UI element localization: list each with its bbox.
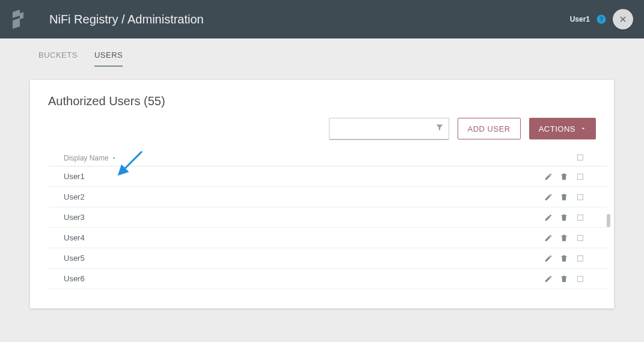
table-row[interactable]: User5 — [48, 248, 608, 269]
tab-users[interactable]: USERS — [94, 47, 123, 67]
current-user-label: User1 — [570, 15, 590, 23]
users-table: Display Name User1User2User3User4User5Us… — [48, 150, 608, 289]
filter-input[interactable] — [334, 124, 435, 133]
cell-display-name: User5 — [64, 254, 544, 263]
row-checkbox[interactable] — [568, 255, 592, 261]
row-checkbox[interactable] — [568, 276, 592, 282]
scrollbar-thumb[interactable] — [607, 214, 610, 227]
filter-input-wrap[interactable] — [329, 118, 449, 139]
delete-icon[interactable] — [560, 254, 568, 263]
delete-icon[interactable] — [560, 275, 568, 283]
delete-icon[interactable] — [560, 234, 568, 242]
svg-text:?: ? — [600, 16, 603, 23]
close-button[interactable] — [613, 9, 633, 29]
delete-icon[interactable] — [560, 193, 568, 201]
edit-icon[interactable] — [544, 275, 553, 283]
column-header-display-name[interactable]: Display Name — [64, 154, 568, 162]
tab-buckets[interactable]: BUCKETS — [38, 47, 78, 67]
column-header-select-all[interactable] — [568, 154, 592, 162]
edit-icon[interactable] — [544, 193, 553, 201]
delete-icon[interactable] — [560, 173, 568, 181]
row-checkbox[interactable] — [568, 215, 592, 221]
panel-toolbar: ADD USER ACTIONS — [30, 108, 614, 145]
panel-title: Authorized Users (55) — [48, 94, 596, 108]
edit-icon[interactable] — [544, 234, 553, 242]
delete-icon[interactable] — [560, 213, 568, 222]
row-checkbox[interactable] — [568, 174, 592, 180]
edit-icon[interactable] — [544, 173, 553, 181]
edit-icon[interactable] — [544, 213, 553, 222]
cell-display-name: User1 — [64, 172, 544, 181]
table-body: User1User2User3User4User5User6 — [48, 166, 608, 289]
cell-display-name: User6 — [64, 274, 544, 283]
table-row[interactable]: User3 — [48, 207, 608, 228]
help-icon[interactable]: ? — [596, 14, 607, 25]
filter-icon[interactable] — [435, 123, 444, 134]
users-panel: Authorized Users (55) ADD USER ACTIONS D… — [30, 80, 614, 308]
row-checkbox[interactable] — [568, 194, 592, 200]
actions-button-label: ACTIONS — [539, 124, 575, 133]
tab-bar: BUCKETS USERS — [0, 38, 644, 67]
cell-display-name: User4 — [64, 233, 544, 242]
page-title: NiFi Registry / Administration — [49, 13, 204, 26]
add-user-button[interactable]: ADD USER — [458, 118, 521, 139]
table-row[interactable]: User6 — [48, 269, 608, 289]
table-row[interactable]: User4 — [48, 228, 608, 248]
caret-down-icon — [580, 124, 586, 133]
table-header: Display Name — [48, 150, 608, 166]
top-bar: NiFi Registry / Administration User1 ? — [0, 0, 644, 38]
app-logo — [11, 9, 28, 29]
edit-icon[interactable] — [544, 254, 553, 263]
cell-display-name: User2 — [64, 192, 544, 201]
cell-display-name: User3 — [64, 213, 544, 222]
sort-asc-icon — [111, 154, 117, 162]
actions-button[interactable]: ACTIONS — [529, 118, 596, 139]
table-row[interactable]: User1 — [48, 166, 608, 187]
row-checkbox[interactable] — [568, 235, 592, 241]
table-row[interactable]: User2 — [48, 187, 608, 207]
